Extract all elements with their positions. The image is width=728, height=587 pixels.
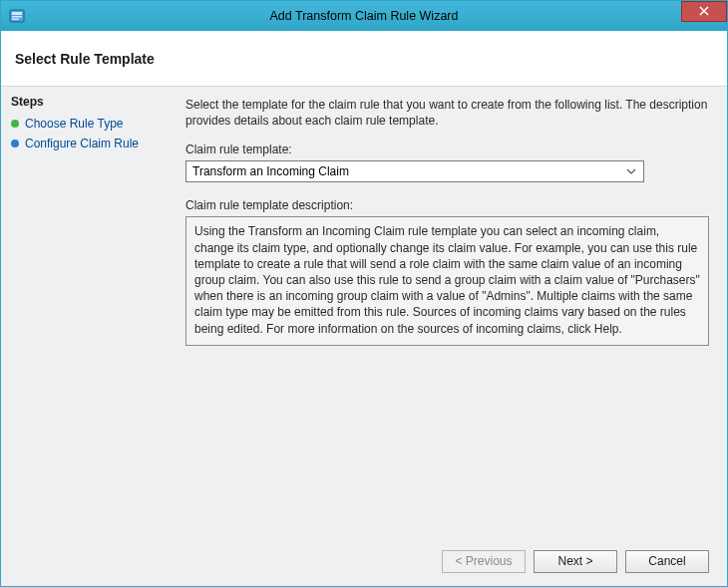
next-button[interactable]: Next > (534, 550, 617, 573)
wizard-body: Steps Choose Rule Type Configure Claim R… (1, 87, 727, 542)
step-choose-rule-type[interactable]: Choose Rule Type (9, 115, 168, 135)
header-band: Select Rule Template (1, 31, 727, 87)
claim-rule-template-select[interactable]: Transform an Incoming Claim (185, 160, 644, 182)
intro-text: Select the template for the claim rule t… (185, 97, 709, 129)
wizard-button-row: < Previous Next > Cancel (1, 542, 727, 586)
page-title: Select Rule Template (15, 51, 155, 67)
steps-sidebar: Steps Choose Rule Type Configure Claim R… (1, 87, 176, 542)
main-panel: Select the template for the claim rule t… (176, 87, 727, 542)
wizard-window: Add Transform Claim Rule Wizard Select R… (0, 0, 728, 587)
wizard-app-icon (9, 8, 25, 24)
spacer (185, 346, 709, 530)
close-button[interactable] (681, 1, 727, 22)
step-label: Choose Rule Type (25, 117, 124, 131)
previous-button: < Previous (442, 550, 526, 573)
chevron-down-icon (623, 168, 639, 174)
steps-heading: Steps (11, 95, 168, 109)
template-field-label: Claim rule template: (185, 143, 709, 156)
template-description-box: Using the Transform an Incoming Claim ru… (185, 216, 709, 345)
select-value: Transform an Incoming Claim (192, 164, 623, 178)
step-label: Configure Claim Rule (25, 137, 139, 150)
titlebar: Add Transform Claim Rule Wizard (1, 1, 727, 31)
description-field-label: Claim rule template description: (185, 198, 709, 212)
template-description-text: Using the Transform an Incoming Claim ru… (194, 224, 700, 335)
window-title: Add Transform Claim Rule Wizard (1, 9, 727, 23)
svg-rect-3 (12, 19, 19, 21)
cancel-button[interactable]: Cancel (625, 550, 709, 573)
svg-rect-1 (12, 12, 22, 15)
step-configure-claim-rule[interactable]: Configure Claim Rule (9, 135, 168, 154)
svg-rect-2 (12, 16, 22, 18)
step-bullet-icon (11, 120, 19, 128)
close-icon (699, 5, 709, 18)
step-bullet-icon (11, 140, 19, 147)
